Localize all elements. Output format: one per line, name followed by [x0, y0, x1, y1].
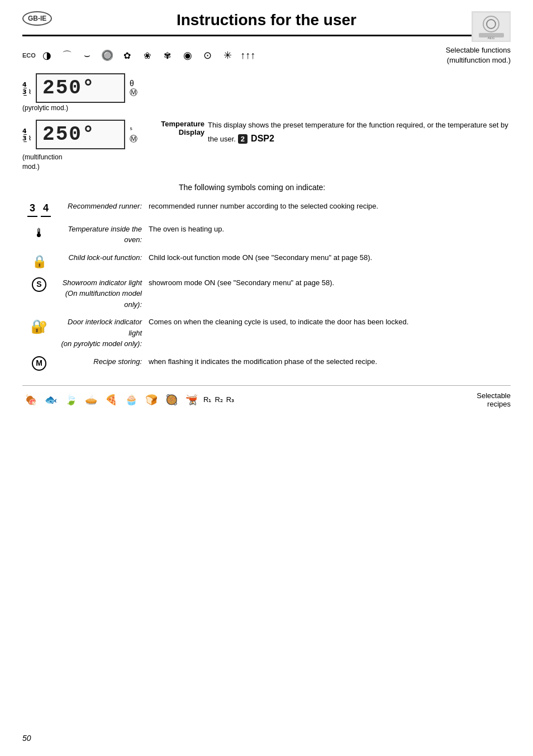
- multifunction-label: (multifunction mod.): [22, 153, 62, 172]
- dsp2-badge: 2 DSP2: [238, 134, 274, 144]
- display-bottom-right: Ⓜ: [130, 88, 137, 98]
- runner-icons: 3 4: [27, 201, 51, 217]
- symbols-table: 3 4 Recommended runner: recommended runn…: [22, 197, 511, 374]
- recipe-storing-label: Recipe storing:: [56, 353, 145, 374]
- child-lock-label: Child lock-out function:: [56, 249, 145, 274]
- eco-label: ECO: [22, 52, 36, 59]
- runner-num-4: 4: [41, 201, 51, 217]
- display-side-icons-2: 4̲ 3̲ ⌇: [22, 127, 31, 142]
- gb-ie-badge: GB-IE: [22, 11, 52, 26]
- table-row: 3 4 Recommended runner: recommended runn…: [22, 197, 511, 220]
- recipe-icon-cell: M: [22, 353, 56, 374]
- display-box-multifunction: 250°: [36, 120, 125, 149]
- recipe-icon-5: 🍕: [103, 391, 120, 408]
- thermometer-icon-cell: 🌡: [22, 220, 56, 249]
- page-title: Instructions for the user: [177, 11, 356, 29]
- door-lock-label: Door interlock indicator light(on pyroly…: [56, 313, 145, 353]
- door-lock-icon: 🔐: [31, 316, 47, 337]
- recipe-row: 🍖 🐟 🍃 🥧 🍕 🧁 🍞 🥘 🫕 R₁ R₂ R₃ Selectable re…: [22, 385, 511, 408]
- display-bottom-left: 3̲ ⌇: [22, 88, 31, 96]
- func-icon-circle-grill: ◉: [180, 48, 196, 63]
- display2-top-left: 4̲: [22, 127, 31, 135]
- display2-top-right: ˢ: [130, 125, 137, 134]
- runner-icon-cell: 3 4: [22, 197, 56, 220]
- runner-desc: recommended runner number according to t…: [145, 197, 511, 220]
- recipe-icon: M: [32, 356, 46, 371]
- display-box-pyrolytic: 250°: [36, 73, 125, 103]
- display2-bottom-left: 3̲ ⌇: [22, 135, 31, 142]
- display-section: 4̲ 3̲ ⌇ 250° θ Ⓜ (pyrolytic mod.): [22, 73, 511, 112]
- showroom-desc: showroom mode ON (see "Secondary menu" a…: [145, 274, 511, 314]
- recipe-icon-8: 🥘: [163, 391, 180, 408]
- recipe-icon-7: 🍞: [143, 391, 160, 408]
- symbols-heading: The following symbols coming on indicate…: [22, 183, 511, 192]
- page-header: GB-IE Instructions for the user AEG: [22, 11, 511, 36]
- page-number: 50: [22, 734, 31, 743]
- display-right-icons: θ Ⓜ: [130, 79, 137, 98]
- func-icon-fan-wave: ❀: [140, 48, 155, 63]
- temp-right-block: TemperatureDisplay This display shows th…: [149, 120, 511, 145]
- child-lock-icon: 🔒: [32, 252, 47, 271]
- func-icon-fan1: ✿: [120, 48, 135, 63]
- showroom-icon-cell: S: [22, 274, 56, 314]
- door-lock-desc: Comes on when the cleaning cycle is used…: [145, 313, 511, 353]
- table-row: 🔒 Child lock-out function: Child lock-ou…: [22, 249, 511, 274]
- display-value: 250°: [42, 77, 95, 100]
- selectable-functions-label: Selectable functions (multifunction mod.…: [446, 45, 511, 65]
- display2-bottom-right: Ⓜ: [130, 134, 137, 144]
- temp-display-label: TemperatureDisplay: [149, 120, 204, 136]
- recipe-icon-4: 🥧: [83, 391, 99, 408]
- func-icon-circle-dot: ⊙: [200, 48, 216, 63]
- func-icon-grill1: 🔘: [99, 48, 115, 63]
- selectable-recipes-label: Selectable recipes: [477, 391, 511, 408]
- func-icon-u-shape: ⌣: [79, 48, 95, 63]
- table-row: S Showroom indicator light(On multifunct…: [22, 274, 511, 314]
- door-lock-icon-cell: 🔐: [22, 313, 56, 353]
- recipe-icon-6: 🧁: [123, 391, 140, 408]
- r1-label: R₁: [203, 395, 211, 404]
- recipe-storing-desc: when flashing it indicates the modificat…: [145, 353, 511, 374]
- display-side-icons: 4̲ 3̲ ⌇: [22, 81, 31, 96]
- temp-inside-label: Temperature inside the oven:: [56, 220, 145, 249]
- dsp2-label: DSP2: [251, 134, 274, 144]
- func-icon-half-circle: ◑: [39, 48, 55, 63]
- header-logo: AEG: [472, 11, 511, 42]
- pyrolytic-label: (pyrolytic mod.): [22, 104, 68, 112]
- runner-label: Recommended runner:: [56, 197, 145, 220]
- runner-num-3: 3: [27, 201, 37, 217]
- dsp2-number: 2: [238, 134, 248, 144]
- recipe-icon-2: 🐟: [42, 391, 59, 408]
- function-icons-row: ECO ◑ ⌒ ⌣ 🔘 ✿ ❀ ✾ ◉ ⊙ ✳ ↑↑↑ Selectable f…: [22, 45, 511, 65]
- table-row: 🔐 Door interlock indicator light(on pyro…: [22, 313, 511, 353]
- display-right-icons-2: ˢ Ⓜ: [130, 125, 137, 144]
- recipe-icon-3: 🍃: [63, 391, 79, 408]
- temp-display-desc: This display shows the preset temperatur…: [208, 120, 511, 145]
- func-icon-snowflake: ✳: [220, 48, 236, 63]
- display-top-left: 4̲: [22, 81, 31, 88]
- temp-left-block: 4̲ 3̲ ⌇ 250° ˢ Ⓜ (multifunction mod.): [22, 120, 137, 172]
- recipe-icon-9: 🫕: [183, 391, 200, 408]
- table-row: M Recipe storing: when flashing it indic…: [22, 353, 511, 374]
- showroom-label: Showroom indicator light(On multifunctio…: [56, 274, 145, 314]
- temperature-display-section: 4̲ 3̲ ⌇ 250° ˢ Ⓜ (multifunction mod.) Te…: [22, 120, 511, 172]
- recipe-icon-1: 🍖: [22, 391, 39, 408]
- display-top-right: θ: [130, 79, 137, 88]
- table-row: 🌡 Temperature inside the oven: The oven …: [22, 220, 511, 249]
- func-icon-wave: ⌒: [59, 48, 75, 63]
- r2-label: R₂: [215, 395, 222, 404]
- temp-inside-desc: The oven is heating up.: [145, 220, 511, 249]
- svg-text:AEG: AEG: [487, 36, 494, 40]
- func-icon-arrows-up: ↑↑↑: [240, 48, 256, 63]
- function-icons: ◑ ⌒ ⌣ 🔘 ✿ ❀ ✾ ◉ ⊙ ✳ ↑↑↑: [39, 48, 446, 63]
- child-lock-icon-cell: 🔒: [22, 249, 56, 274]
- child-lock-desc: Child lock-out function mode ON (see "Se…: [145, 249, 511, 274]
- r3-label: R₃: [226, 395, 234, 404]
- showroom-icon: S: [32, 277, 46, 292]
- recipe-icons: 🍖 🐟 🍃 🥧 🍕 🧁 🍞 🥘 🫕 R₁ R₂ R₃: [22, 391, 477, 408]
- display2-value: 250°: [42, 123, 95, 146]
- func-icon-fan2: ✾: [160, 48, 175, 63]
- thermometer-icon: 🌡: [33, 224, 45, 242]
